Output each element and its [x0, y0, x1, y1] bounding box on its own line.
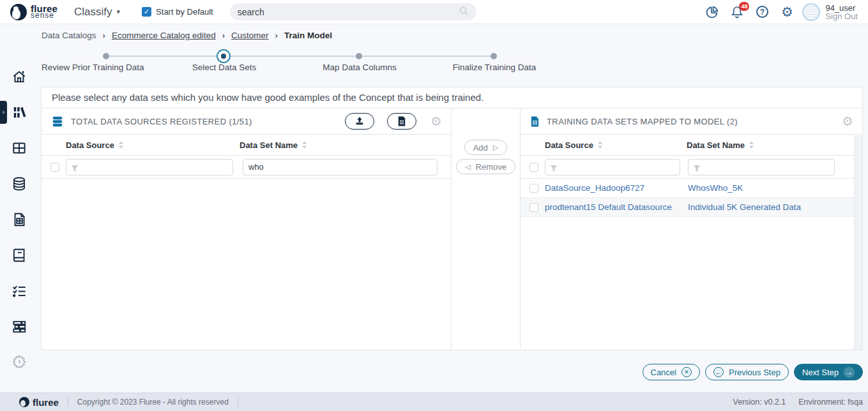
table-row[interactable]: prodtenant15 Default Datasource Individu…	[521, 198, 862, 217]
library-icon	[11, 104, 27, 121]
data-set-name-cell[interactable]: Individual 5K Generated Data	[680, 202, 862, 212]
sidebar-item-scheduled-settings[interactable]	[0, 350, 38, 373]
footer-divider	[68, 398, 68, 407]
breadcrumb-current-page: Train Model	[284, 31, 332, 40]
add-button[interactable]: Add ▷	[464, 140, 508, 155]
app-window: fluree sense Classify ▾ ✓ Start by Defau…	[0, 0, 868, 411]
sidebar-item-glossary[interactable]	[0, 244, 38, 267]
notifications-bell-icon[interactable]: 48	[729, 4, 745, 20]
column-header-data-set-name[interactable]: Data Set Name	[240, 140, 451, 150]
fluree-sense-logo[interactable]: fluree sense	[10, 4, 57, 20]
sidebar-item-data-sets[interactable]	[0, 208, 38, 231]
breadcrumb: Data Catalogs › Ecommerce Catalog edited…	[42, 31, 332, 40]
breadcrumb-customer-link[interactable]: Customer	[231, 31, 269, 40]
gear-clock-icon	[10, 353, 28, 371]
column-header-data-set-name[interactable]: Data Set Name	[687, 140, 862, 150]
data-set-name-filter-input[interactable]	[243, 159, 438, 176]
grid-icon	[11, 140, 27, 156]
footer-fluree-logo: fluree	[19, 397, 59, 408]
remove-button[interactable]: ◁ Remove	[456, 159, 515, 174]
classify-menu[interactable]: Classify ▾	[74, 6, 120, 19]
search-bar[interactable]	[230, 3, 476, 20]
select-all-checkbox[interactable]	[50, 163, 59, 172]
help-icon[interactable]: ?	[754, 4, 770, 20]
brand-name-secondary: sense	[31, 12, 57, 19]
book-icon	[11, 247, 27, 264]
sort-icon	[118, 141, 124, 149]
transfer-controls: Add ▷ ◁ Remove	[452, 108, 520, 350]
pie-chart-icon[interactable]	[704, 4, 720, 20]
arrow-left-icon: ←	[713, 367, 724, 377]
filter-funnel-icon	[693, 163, 701, 175]
step-dot-3[interactable]	[356, 53, 362, 59]
username-label: 94_user	[825, 4, 858, 12]
data-source-filter-input[interactable]	[66, 159, 233, 176]
start-by-default-label: Start by Default	[156, 7, 213, 17]
left-sidebar: ›	[0, 24, 38, 392]
select-data-sets-panel: Please select any data sets which you kn…	[41, 87, 863, 350]
data-source-filter	[545, 159, 680, 176]
fluree-penguin-icon	[19, 397, 29, 407]
data-set-name-filter	[688, 159, 835, 176]
sign-out-link[interactable]: Sign Out	[825, 12, 858, 20]
step-label-4: Finalize Training Data	[453, 63, 537, 72]
search-input[interactable]	[238, 7, 459, 17]
step-label-1: Review Prior Training Data	[42, 63, 144, 72]
data-set-name-filter-input[interactable]	[688, 159, 835, 176]
sidebar-item-data-sources[interactable]	[0, 172, 38, 195]
breadcrumb-data-catalogs[interactable]: Data Catalogs	[42, 31, 96, 40]
notification-count-badge: 48	[739, 2, 749, 11]
data-source-cell[interactable]: DataSource_Hadoop6727	[538, 183, 680, 193]
row-checkbox[interactable]	[529, 184, 538, 193]
column-header-data-source[interactable]: Data Source	[66, 140, 240, 150]
panel-settings-gear-icon[interactable]: ⚙	[842, 114, 853, 129]
sidebar-item-tables[interactable]	[0, 137, 38, 160]
select-all-checkbox[interactable]	[529, 163, 538, 172]
data-sources-table-body	[42, 179, 451, 350]
chevron-right-icon: ›	[222, 31, 225, 40]
mapped-data-sets-table-body: DataSource_Hadoop6727 WhosWho_5K prodten…	[521, 179, 862, 350]
settings-gear-icon[interactable]: ⚙	[779, 4, 795, 20]
stepper-line	[106, 56, 494, 57]
mapped-data-sets-panel-title: TRAINING DATA SETS MAPPED TO MODEL (2)	[547, 117, 828, 126]
column-header-data-source[interactable]: Data Source	[545, 140, 687, 150]
data-source-filter	[66, 159, 233, 176]
step-dot-1[interactable]	[103, 53, 109, 59]
arrow-right-icon: →	[844, 367, 855, 378]
sidebar-item-tasks[interactable]	[0, 280, 38, 303]
checklist-icon	[11, 283, 27, 299]
chevron-right-icon: ›	[275, 31, 278, 40]
data-source-filter-input[interactable]	[545, 159, 680, 176]
next-step-button[interactable]: Next Step →	[794, 364, 863, 380]
vertical-scrollbar[interactable]	[854, 135, 862, 350]
sort-icon	[749, 141, 754, 149]
arrow-right-icon: ▷	[493, 144, 498, 152]
data-set-name-cell[interactable]: WhosWho_5K	[680, 183, 862, 193]
breadcrumb-catalog-link[interactable]: Ecommerce Catalog edited	[112, 31, 216, 40]
filter-funnel-icon	[71, 163, 79, 175]
panel-settings-gear-icon[interactable]: ⚙	[430, 114, 442, 129]
spreadsheet-file-icon	[529, 116, 540, 128]
cancel-button[interactable]: Cancel ✕	[643, 364, 700, 380]
user-avatar	[802, 3, 820, 21]
register-file-button[interactable]	[387, 113, 416, 130]
row-checkbox[interactable]	[529, 203, 538, 212]
chevron-down-icon: ▾	[117, 8, 121, 16]
step-dot-4[interactable]	[491, 53, 497, 59]
database-icon	[50, 114, 65, 128]
upload-data-source-button[interactable]	[345, 113, 374, 130]
chevron-right-icon: ›	[103, 31, 105, 40]
filter-funnel-icon	[550, 163, 558, 175]
start-by-default-control: ✓ Start by Default	[142, 7, 213, 17]
sidebar-item-data-catalogs[interactable]: ›	[0, 101, 38, 124]
table-row[interactable]: DataSource_Hadoop6727 WhosWho_5K	[521, 179, 862, 198]
previous-step-button[interactable]: ← Previous Step	[705, 364, 789, 380]
arrow-left-icon: ◁	[465, 163, 470, 171]
data-source-cell[interactable]: prodtenant15 Default Datasource	[538, 202, 680, 212]
user-menu[interactable]: 94_user Sign Out	[802, 3, 858, 21]
close-icon: ✕	[681, 367, 692, 377]
wizard-action-bar: Cancel ✕ ← Previous Step Next Step →	[643, 364, 864, 380]
step-dot-2-active[interactable]	[217, 49, 231, 63]
start-by-default-checkbox[interactable]: ✓	[142, 7, 151, 17]
sidebar-item-jobs[interactable]	[0, 315, 38, 338]
